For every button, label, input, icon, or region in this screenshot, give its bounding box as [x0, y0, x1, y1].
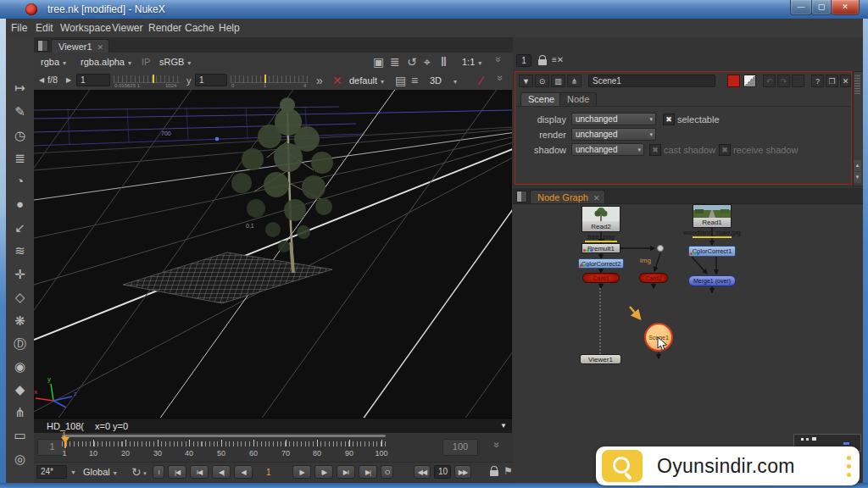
close-panel-icon[interactable]: ✕ [840, 75, 851, 87]
receive-shadow-checkbox[interactable]: ✖ [719, 144, 731, 156]
draw-icon[interactable]: ✎ [6, 104, 34, 119]
display-dropdown[interactable]: unchanged▾ [571, 113, 656, 125]
menu-help[interactable]: Help [219, 22, 240, 34]
frame-increment-field[interactable]: 10 [434, 465, 451, 479]
range-out-field[interactable]: 100 [442, 439, 478, 456]
scrollbar-thumb[interactable] [854, 74, 860, 94]
revert-icon[interactable] [792, 75, 804, 87]
particles-icon[interactable]: ❋ [6, 313, 34, 329]
menu-viewer[interactable]: Viewer [112, 22, 142, 34]
node-colorcorrect1[interactable]: ColorCorrect1 [688, 246, 736, 257]
headlamp-icon[interactable]: » [316, 75, 323, 86]
filter-icon[interactable]: ● [6, 197, 34, 211]
range-mode-dropdown[interactable]: Global▾ [83, 467, 117, 477]
timeline-chevrons-icon[interactable]: » [492, 442, 502, 448]
gamma-slider[interactable] [231, 75, 309, 83]
minimize-button[interactable]: — [790, 0, 812, 15]
gamma-input[interactable]: 1 [195, 74, 227, 86]
stack-icon[interactable]: ≣ [390, 56, 400, 68]
undo-icon[interactable]: ↶ [763, 75, 776, 87]
play-backward-button[interactable]: ◀ [234, 465, 253, 479]
tab-scene[interactable]: Scene [520, 92, 562, 106]
node-name-field[interactable]: Scene1 [588, 75, 715, 87]
skip-back-button[interactable]: ◀◀ [414, 465, 431, 479]
toolsets-icon[interactable]: ▭ [6, 428, 34, 443]
node-card1[interactable]: Card1 [582, 273, 620, 283]
channels-dropdown[interactable]: rgba▾ [41, 57, 66, 67]
sync-icon[interactable]: ↺ [407, 56, 417, 68]
annotate-icon[interactable]: ∕ [480, 75, 481, 86]
current-frame[interactable]: 1 [266, 468, 271, 477]
metadata-icon[interactable]: ◆ [6, 382, 34, 397]
panel-menu-icon[interactable] [37, 40, 48, 52]
loop-range-button[interactable]: O [381, 465, 393, 479]
node-color-icon[interactable]: ⋔ [567, 75, 581, 87]
goto-end-button[interactable]: ▶| [359, 465, 377, 479]
deep-icon[interactable]: Ⓓ [6, 336, 34, 352]
fps-field[interactable]: 24* [36, 465, 67, 479]
gain-input[interactable]: 1 [76, 74, 110, 86]
shadow-dropdown[interactable]: unchanged▾ [571, 143, 644, 156]
keyer-icon[interactable]: ↙ [6, 220, 34, 236]
lighting-dropdown[interactable]: default▾ [349, 75, 384, 86]
collapse-panel-icon[interactable]: ▼ [519, 75, 533, 87]
viewer-3d-viewport[interactable]: 700 0,1 [34, 90, 512, 418]
prev-keyframe-button[interactable]: I◀ [190, 465, 209, 479]
goto-start-button[interactable]: |◀ [168, 465, 186, 479]
fps-dropdown-icon[interactable]: ▼ [70, 469, 76, 475]
view-mode-dropdown[interactable]: 3D▾ [430, 75, 457, 86]
views-icon[interactable]: ◉ [6, 359, 34, 374]
step-back-button[interactable]: ◀| [212, 465, 231, 479]
collapse-chevrons2-icon[interactable]: » [495, 75, 505, 81]
step-forward-button[interactable]: I▶ [314, 465, 333, 479]
ofx-icon[interactable]: ◎ [6, 452, 34, 467]
node-merge1[interactable]: Merge1 (over) [688, 275, 736, 286]
max-panels-field[interactable]: 1 [516, 54, 531, 67]
selectable-checkbox[interactable]: ✖ [663, 114, 675, 125]
redo-icon[interactable]: ↷ [777, 75, 790, 87]
disabled-lamp-icon[interactable]: ✕ [332, 75, 342, 86]
menu-cache[interactable]: Cache [185, 22, 214, 34]
close-button[interactable]: ✕ [831, 0, 860, 15]
cast-shadow-checkbox[interactable]: ✖ [649, 144, 661, 156]
panels-lock-icon[interactable] [538, 59, 547, 65]
pause-icon[interactable]: ‖ [441, 56, 447, 68]
tab-node-graph[interactable]: Node Graph✕ [530, 190, 605, 203]
tab-viewer1[interactable]: Viewer1✕ [51, 39, 109, 53]
timeline-ruler[interactable] [62, 441, 386, 446]
menu-workspace[interactable]: Workspace [60, 22, 111, 34]
time-icon[interactable]: ◷ [6, 128, 34, 143]
gl-color-swatch[interactable] [743, 75, 756, 87]
tab-close-icon[interactable]: ✕ [593, 194, 600, 202]
next-aperture-icon[interactable]: ▶ [66, 76, 71, 84]
tab-close-icon[interactable]: ✕ [97, 43, 104, 52]
play-forward-button[interactable]: ▶ [292, 465, 311, 479]
title-bar[interactable]: tree.nk [modified] - NukeX — ▢ ✕ [0, 0, 868, 19]
help-icon[interactable]: ? [811, 75, 824, 87]
timeline-scrollbar[interactable] [62, 435, 386, 437]
transform-icon[interactable]: ✛ [6, 267, 34, 282]
channel-icon[interactable]: ≣ [6, 151, 34, 166]
channels-icon[interactable]: ▥ [551, 75, 565, 87]
roi-icon[interactable]: ⌖ [424, 56, 431, 68]
other-icon[interactable]: ⋔ [6, 405, 34, 420]
node-dot[interactable] [657, 245, 664, 252]
menu-render[interactable]: Render [148, 22, 181, 34]
node-graph-canvas[interactable]: Read2 tree_png Premult1 ColorCorrect2 Ca… [513, 204, 863, 483]
in-button[interactable]: I [153, 465, 164, 479]
prev-aperture-icon[interactable]: ◀ [39, 76, 44, 84]
skip-forward-button[interactable]: ▶▶ [454, 465, 471, 479]
next-keyframe-button[interactable]: ▶I [337, 465, 355, 479]
node-read2[interactable]: Read2 [581, 206, 620, 232]
collapse-chevrons-icon[interactable]: » [493, 57, 504, 63]
zoom-dropdown[interactable]: 1:1▾ [462, 57, 481, 67]
input-process-toggle[interactable]: IP [142, 57, 150, 67]
gamma-slider-handle[interactable] [264, 75, 266, 83]
image-icon[interactable]: ↦ [6, 80, 34, 96]
color-icon[interactable]: ◔ [6, 174, 34, 188]
center-node-icon[interactable]: ⊙ [535, 75, 549, 87]
node-color-swatch[interactable] [727, 75, 740, 87]
menu-edit[interactable]: Edit [36, 22, 53, 34]
menu-file[interactable]: File [11, 22, 27, 34]
frame-flag-icon[interactable]: ⚑ [504, 466, 513, 476]
